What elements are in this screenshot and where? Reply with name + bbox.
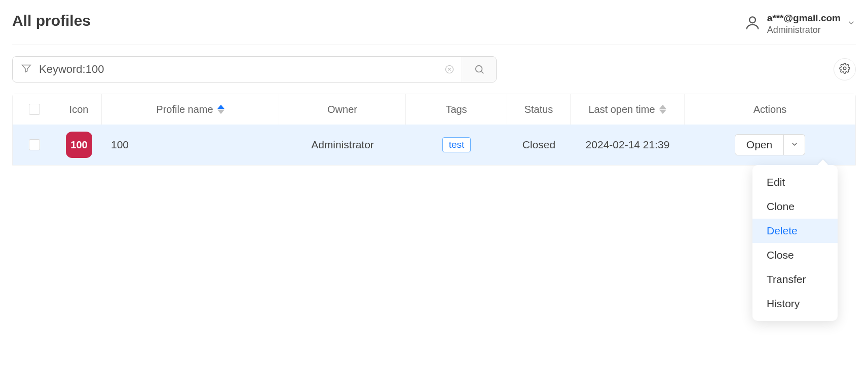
column-header-last-open[interactable]: Last open time — [571, 94, 685, 125]
column-header-actions: Actions — [685, 94, 855, 125]
column-header-profile-name[interactable]: Profile name — [102, 94, 279, 125]
filter-icon[interactable] — [21, 63, 32, 76]
sort-icon — [659, 104, 666, 114]
column-header-tags: Tags — [406, 94, 507, 125]
actions-dropdown: EditCloneDeleteCloseTransferHistory — [752, 165, 838, 321]
chevron-down-icon — [790, 139, 799, 151]
user-email: a***@gmail.com — [767, 12, 841, 24]
dropdown-item-delete[interactable]: Delete — [752, 219, 838, 243]
search-box — [12, 56, 497, 83]
search-input[interactable] — [39, 63, 429, 76]
open-dropdown-button[interactable] — [784, 134, 805, 155]
page-title: All profiles — [12, 12, 91, 29]
svg-point-0 — [749, 17, 756, 23]
dropdown-item-transfer[interactable]: Transfer — [752, 267, 838, 292]
search-button[interactable] — [462, 57, 496, 82]
column-header-icon: Icon — [56, 94, 102, 125]
chevron-down-icon — [847, 18, 856, 29]
select-all-checkbox[interactable] — [29, 104, 40, 115]
status-cell: Closed — [507, 125, 571, 165]
settings-button[interactable] — [834, 58, 856, 80]
row-checkbox[interactable] — [29, 139, 40, 150]
dropdown-item-close[interactable]: Close — [752, 243, 838, 267]
gear-icon — [839, 63, 850, 76]
user-role: Administrator — [767, 24, 841, 36]
last-open-cell: 2024-02-14 21:39 — [571, 125, 685, 165]
column-header-status: Status — [507, 94, 571, 125]
dropdown-item-history[interactable]: History — [752, 292, 838, 316]
profiles-table: Icon Profile name Owner Tags Status Last… — [12, 94, 856, 166]
tag-badge[interactable]: test — [442, 137, 471, 152]
owner-cell: Administrator — [279, 125, 406, 165]
dropdown-item-clone[interactable]: Clone — [752, 194, 838, 219]
sort-icon — [217, 104, 224, 114]
user-icon — [744, 14, 761, 33]
svg-point-3 — [843, 67, 846, 70]
dropdown-item-edit[interactable]: Edit — [752, 170, 838, 194]
column-header-owner: Owner — [279, 94, 406, 125]
open-button[interactable]: Open — [735, 134, 784, 155]
clear-search-button[interactable] — [437, 64, 462, 74]
profile-name-cell[interactable]: 100 — [102, 125, 279, 165]
svg-point-2 — [475, 66, 482, 72]
profile-icon: 100 — [66, 132, 92, 158]
table-header: Icon Profile name Owner Tags Status Last… — [13, 94, 855, 125]
user-menu[interactable]: a***@gmail.com Administrator — [744, 12, 856, 35]
table-row[interactable]: 100 100 Administrator test Closed 2024-0… — [13, 125, 855, 165]
